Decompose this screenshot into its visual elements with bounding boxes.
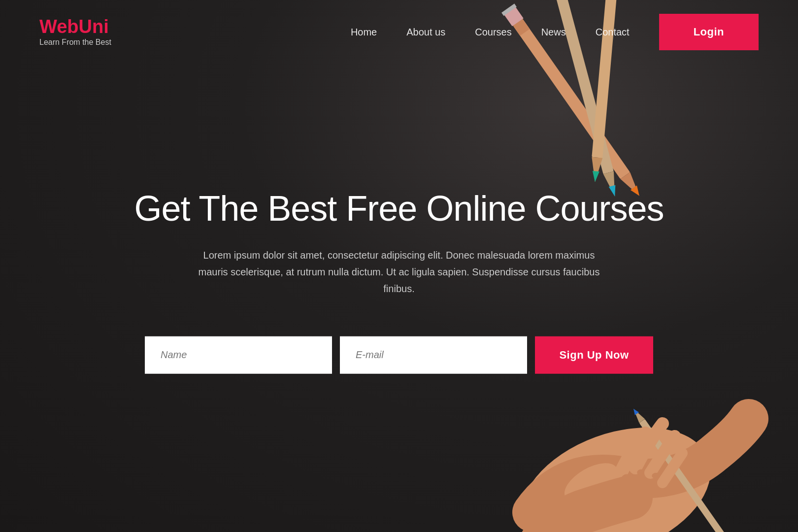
login-button[interactable]: Login [659,14,759,50]
hero-description: Lorem ipsum dolor sit amet, consectetur … [187,247,611,297]
logo[interactable]: WebUni Learn From the Best [39,17,111,47]
nav-item-about[interactable]: About us [406,27,445,38]
nav-link-home[interactable]: Home [351,27,377,37]
nav-item-courses[interactable]: Courses [475,27,511,38]
nav-link-about[interactable]: About us [406,27,445,37]
nav-item-news[interactable]: News [541,27,566,38]
hero-title: Get The Best Free Online Courses [128,188,670,229]
nav-link-contact[interactable]: Contact [596,27,630,37]
name-input[interactable] [145,336,332,374]
main-content: Get The Best Free Online Courses Lorem i… [128,188,670,374]
hero-section: WebUni Learn From the Best Home About us… [0,0,798,532]
nav-item-home[interactable]: Home [351,27,377,38]
signup-button[interactable]: Sign Up Now [535,336,653,374]
nav-item-contact[interactable]: Contact [596,27,630,38]
nav-link-courses[interactable]: Courses [475,27,511,37]
nav-link-news[interactable]: News [541,27,566,37]
logo-text: WebUni [39,17,111,36]
logo-tagline: Learn From the Best [39,38,111,47]
email-input[interactable] [340,336,527,374]
signup-form: Sign Up Now [128,336,670,374]
logo-suffix: Uni [79,16,109,37]
svg-marker-15 [592,171,599,182]
nav-links: Home About us Courses News Contact [351,27,630,38]
navigation: WebUni Learn From the Best Home About us… [0,0,798,64]
logo-prefix: Web [39,16,79,37]
